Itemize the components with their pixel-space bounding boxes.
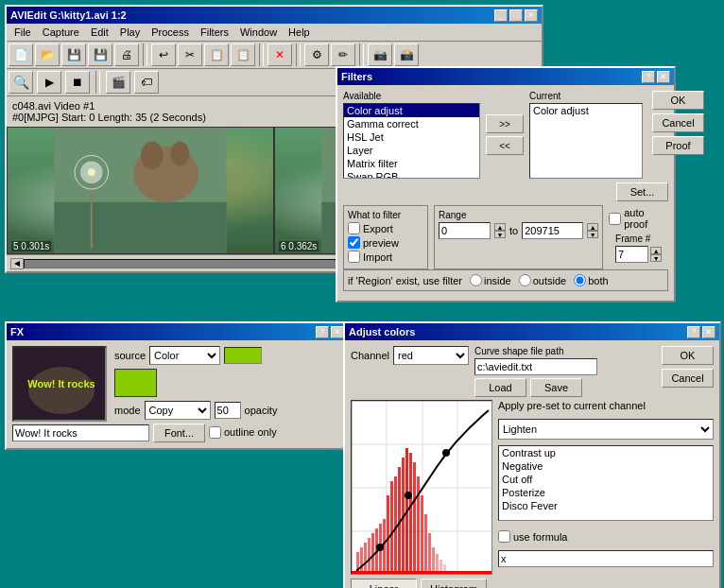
frame-num-down[interactable]: ▼	[650, 254, 662, 262]
range-to-up[interactable]: ▲	[587, 223, 598, 231]
inside-radio[interactable]	[470, 274, 482, 286]
filter-item-color-adjust[interactable]: Color adjust	[344, 104, 479, 117]
filter-item-hsl[interactable]: HSL Jet	[344, 130, 479, 144]
minimize-btn[interactable]: _	[494, 9, 508, 22]
linear-tab-btn[interactable]: Linear	[351, 579, 417, 588]
preset-disco-fever[interactable]: Disco Fever	[499, 499, 713, 512]
fx-color-swatch[interactable]	[114, 369, 157, 397]
add-filter-btn[interactable]: >>	[486, 114, 524, 133]
outside-radio[interactable]	[519, 274, 531, 286]
histogram-area[interactable]	[351, 400, 492, 575]
preset-select[interactable]: Lighten Contrast up Negative Cut off Pos…	[498, 419, 714, 440]
filters-close-btn[interactable]: ✕	[657, 71, 670, 83]
filter-item-swap[interactable]: Swap RGB	[344, 170, 479, 179]
import-checkbox[interactable]	[348, 251, 360, 263]
tb-sep-2	[259, 43, 264, 66]
formula-input[interactable]	[498, 550, 714, 567]
source-select[interactable]: Color	[149, 346, 220, 365]
tb-paste[interactable]: 📋	[231, 43, 255, 66]
menu-help[interactable]: Help	[283, 26, 316, 39]
adjust-ok-btn[interactable]: OK	[662, 346, 714, 365]
preview-checkbox[interactable]	[348, 236, 360, 249]
remove-filter-btn[interactable]: <<	[486, 136, 524, 155]
source-color-input[interactable]	[224, 347, 262, 364]
tb-tool2[interactable]: ✏	[331, 43, 355, 66]
tb-print[interactable]: 🖨	[114, 43, 139, 66]
both-radio[interactable]	[574, 274, 586, 286]
tb-copy2[interactable]: 📋	[204, 43, 229, 66]
tb-save2[interactable]: 💾	[88, 43, 112, 66]
fx-close-btn[interactable]: ✕	[331, 326, 344, 338]
preset-cut-off[interactable]: Cut off	[499, 473, 713, 486]
preset-list[interactable]: Contrast up Negative Cut off Posterize D…	[498, 445, 714, 521]
frame-num-up[interactable]: ▲	[650, 247, 662, 254]
timeline-left-arrow[interactable]: ◀	[10, 258, 24, 269]
filter-item-layer[interactable]: Layer	[344, 144, 479, 157]
import-row: Import	[348, 251, 423, 263]
filter-item-gamma[interactable]: Gamma correct	[344, 117, 479, 130]
close-btn[interactable]: ✕	[525, 9, 538, 22]
tb-vid-in[interactable]: 📷	[368, 43, 392, 66]
range-to-input[interactable]	[522, 222, 583, 239]
tb-snap[interactable]: 📸	[394, 43, 419, 66]
filter-item-matrix[interactable]: Matrix filter	[344, 157, 479, 170]
tb-mark-in[interactable]: 🎬	[106, 71, 130, 94]
menu-window[interactable]: Window	[234, 26, 283, 39]
adjust-colors-close-btn[interactable]: ✕	[702, 326, 715, 338]
frame-num-section: Frame # ▲ ▼	[615, 233, 662, 263]
opacity-input[interactable]	[215, 402, 241, 419]
menu-filters[interactable]: Filters	[195, 26, 234, 39]
preset-negative[interactable]: Negative	[499, 459, 713, 473]
save-btn[interactable]: Save	[530, 378, 582, 397]
mode-select[interactable]: Copy	[145, 401, 211, 420]
histogram-tab-btn[interactable]: Histogram	[421, 579, 487, 588]
curve-path-input[interactable]	[474, 358, 597, 375]
use-formula-checkbox[interactable]	[498, 530, 510, 543]
fx-help-btn[interactable]: ?	[316, 326, 329, 338]
tb-play-btn[interactable]: ▶	[37, 71, 61, 94]
export-checkbox[interactable]	[348, 222, 360, 234]
outline-only-checkbox[interactable]	[209, 426, 221, 439]
adjust-cancel-btn[interactable]: Cancel	[662, 369, 714, 388]
tb-delete[interactable]: ✕	[267, 43, 292, 66]
range-to-down[interactable]: ▼	[587, 231, 598, 238]
tb-undo[interactable]: ↩	[151, 43, 176, 66]
tb-save1[interactable]: 💾	[61, 43, 86, 66]
menu-process[interactable]: Process	[146, 26, 195, 39]
set-btn[interactable]: Set...	[616, 182, 668, 201]
menu-capture[interactable]: Capture	[37, 26, 85, 39]
available-list[interactable]: Color adjust Gamma correct HSL Jet Layer…	[343, 103, 480, 179]
fx-text-input[interactable]	[12, 424, 149, 441]
preset-contrast-up[interactable]: Contrast up	[499, 446, 713, 459]
filters-cancel-btn[interactable]: Cancel	[652, 113, 704, 132]
filters-ok-btn[interactable]: OK	[652, 91, 704, 110]
preset-posterize[interactable]: Posterize	[499, 486, 713, 499]
menu-file[interactable]: File	[9, 26, 37, 39]
maximize-btn[interactable]: □	[509, 9, 523, 22]
auto-proof-checkbox[interactable]	[609, 213, 621, 225]
menu-edit[interactable]: Edit	[85, 26, 114, 39]
both-row: both	[574, 274, 608, 286]
filters-help-btn[interactable]: ?	[642, 71, 655, 83]
available-label: Available	[343, 91, 480, 101]
current-list[interactable]: Color adjust	[529, 103, 643, 179]
frame-num-input[interactable]	[615, 246, 648, 263]
tb-open[interactable]: 📂	[35, 43, 60, 66]
range-from-input[interactable]	[439, 222, 491, 239]
tb-stop-btn[interactable]: ⏹	[65, 71, 90, 94]
tb-tool1[interactable]: ⚙	[304, 43, 329, 66]
range-from-down[interactable]: ▼	[494, 231, 506, 238]
load-btn[interactable]: Load	[474, 378, 526, 397]
channel-select[interactable]: red green blue all	[393, 346, 469, 365]
menu-play[interactable]: Play	[114, 26, 146, 39]
current-filter-item[interactable]: Color adjust	[530, 104, 642, 117]
adjust-colors-help-btn[interactable]: ?	[687, 326, 700, 338]
ac-main-area: Apply pre-set to current channel Lighten…	[345, 400, 719, 579]
tb-mark-out[interactable]: 🏷	[134, 71, 159, 94]
range-from-up[interactable]: ▲	[494, 223, 506, 231]
tb-new[interactable]: 📄	[9, 43, 33, 66]
font-btn[interactable]: Font...	[153, 424, 205, 442]
tb-cut[interactable]: ✂	[178, 43, 202, 66]
tb-search[interactable]: 🔍	[9, 71, 33, 94]
filters-proof-btn[interactable]: Proof	[652, 136, 704, 155]
